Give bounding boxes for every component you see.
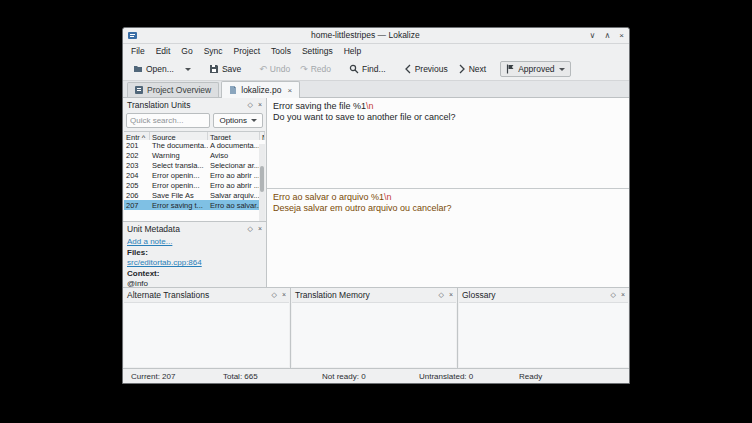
float-dock-icon[interactable]: ◇ bbox=[439, 291, 444, 299]
cell-target: A documenta... bbox=[208, 141, 260, 150]
status-current: Current: 207 bbox=[131, 372, 223, 381]
tab-close-icon[interactable]: × bbox=[287, 86, 292, 95]
titlebar[interactable]: home-littlestripes — Lokalize ∨ ∧ × bbox=[123, 28, 629, 44]
cell-entry: 207 bbox=[124, 201, 150, 210]
source-line-1: Error saving the file %1\n bbox=[273, 101, 623, 112]
menu-item-help[interactable]: Help bbox=[344, 46, 361, 56]
table-scrollbar[interactable] bbox=[259, 144, 265, 221]
search-icon bbox=[349, 64, 359, 74]
glossary-body bbox=[459, 302, 628, 367]
translation-memory-body bbox=[292, 302, 456, 367]
main-content: Translation Units ◇ × Options Entr ^ Sou bbox=[123, 98, 629, 288]
close-dock-icon[interactable]: × bbox=[258, 225, 262, 233]
newline-token: \n bbox=[384, 192, 392, 202]
chevron-down-icon bbox=[185, 68, 191, 71]
close-button[interactable]: × bbox=[619, 31, 624, 40]
menu-item-sync[interactable]: Sync bbox=[204, 46, 223, 56]
unit-metadata-dock: Unit Metadata ◇ × Add a note... Files: s… bbox=[123, 221, 266, 287]
redo-button[interactable]: ↷ Redo bbox=[296, 62, 335, 76]
source-line-2: Do you want to save to another file or c… bbox=[273, 112, 623, 123]
cell-target: Salvar arquiv... bbox=[208, 191, 260, 200]
close-dock-icon[interactable]: × bbox=[449, 291, 453, 299]
float-dock-icon[interactable]: ◇ bbox=[611, 291, 616, 299]
cell-source: The documenta... bbox=[150, 141, 208, 150]
file-link[interactable]: src/editortab.cpp:864 bbox=[127, 258, 262, 269]
table-row[interactable]: 205 Error openin... Erro ao abrir ... bbox=[124, 180, 265, 190]
statusbar: Current: 207 Total: 665 Not ready: 0 Unt… bbox=[123, 368, 629, 383]
target-text-editor[interactable]: Erro ao salvar o arquivo %1\n Deseja sal… bbox=[267, 189, 629, 287]
cell-source: Select transla... bbox=[150, 161, 208, 170]
table-body: 201 The documenta... A documenta... 202 … bbox=[124, 140, 265, 221]
float-dock-icon[interactable]: ◇ bbox=[272, 291, 277, 299]
float-dock-icon[interactable]: ◇ bbox=[248, 101, 253, 109]
cell-source: Save File As bbox=[150, 191, 208, 200]
open-dropdown[interactable] bbox=[180, 66, 195, 73]
translation-units-controls: Options bbox=[123, 112, 266, 131]
chevron-down-icon bbox=[559, 68, 565, 71]
cell-entry: 201 bbox=[124, 141, 150, 150]
bottom-docks: Alternate Translations ◇ × Translation M… bbox=[123, 288, 629, 368]
tab-project-overview[interactable]: Project Overview bbox=[127, 82, 219, 97]
menu-item-project[interactable]: Project bbox=[234, 46, 260, 56]
undo-button[interactable]: ↶ Undo bbox=[255, 62, 294, 76]
document-icon bbox=[229, 86, 237, 94]
menu-item-edit[interactable]: Edit bbox=[156, 46, 171, 56]
save-icon bbox=[209, 64, 219, 74]
tab-lokalize-po[interactable]: lokalize.po × bbox=[221, 81, 300, 98]
status-ready: Ready bbox=[519, 372, 542, 381]
cell-entry: 205 bbox=[124, 181, 150, 190]
table-row[interactable]: 206 Save File As Salvar arquiv... bbox=[124, 190, 265, 200]
context-value: @info bbox=[127, 279, 262, 287]
minimize-button[interactable]: ∨ bbox=[590, 31, 596, 40]
menu-item-settings[interactable]: Settings bbox=[302, 46, 333, 56]
context-label: Context: bbox=[127, 269, 262, 280]
left-column: Translation Units ◇ × Options Entr ^ Sou bbox=[123, 98, 267, 287]
lokalize-window: home-littlestripes — Lokalize ∨ ∧ × File… bbox=[122, 27, 630, 384]
cell-entry: 202 bbox=[124, 151, 150, 160]
close-dock-icon[interactable]: × bbox=[621, 291, 625, 299]
close-dock-icon[interactable]: × bbox=[258, 101, 262, 109]
options-button[interactable]: Options bbox=[213, 113, 263, 128]
find-button[interactable]: Find... bbox=[345, 62, 390, 76]
approved-toggle[interactable]: Approved bbox=[500, 61, 570, 77]
glossary-dock: Glossary ◇ × bbox=[458, 288, 629, 368]
close-dock-icon[interactable]: × bbox=[282, 291, 286, 299]
tabbar: Project Overview lokalize.po × bbox=[123, 81, 629, 98]
chevron-left-icon bbox=[404, 64, 412, 74]
maximize-button[interactable]: ∧ bbox=[604, 31, 610, 40]
menu-item-tools[interactable]: Tools bbox=[271, 46, 291, 56]
table-row-selected[interactable]: 207 Error saving t... Erro ao salvar... bbox=[124, 200, 265, 210]
dock-title: Alternate Translations bbox=[127, 290, 209, 300]
next-button[interactable]: Next bbox=[454, 62, 490, 76]
editor-area: Error saving the file %1\n Do you want t… bbox=[267, 98, 629, 287]
files-label: Files: bbox=[127, 248, 262, 259]
cell-source: Error openin... bbox=[150, 181, 208, 190]
add-note-link[interactable]: Add a note... bbox=[127, 237, 262, 248]
toolbar: Open... Save ↶ Undo ↷ Redo Find... Previ… bbox=[123, 59, 629, 82]
menu-item-file[interactable]: File bbox=[131, 46, 145, 56]
redo-icon: ↷ bbox=[300, 65, 308, 74]
table-row[interactable]: 204 Error openin... Erro ao abrir ... bbox=[124, 170, 265, 180]
newline-token: \n bbox=[366, 101, 374, 111]
dock-title: Glossary bbox=[462, 290, 496, 300]
status-total: Total: 665 bbox=[223, 372, 322, 381]
cell-target: Erro ao salvar... bbox=[208, 201, 260, 210]
table-row[interactable]: 203 Select transla... Selecionar ar... bbox=[124, 160, 265, 170]
folder-icon bbox=[133, 64, 143, 74]
scrollbar-thumb[interactable] bbox=[260, 166, 264, 192]
chevron-down-icon bbox=[251, 119, 257, 122]
open-button[interactable]: Open... bbox=[129, 62, 178, 76]
save-button[interactable]: Save bbox=[205, 62, 245, 76]
menu-item-go[interactable]: Go bbox=[181, 46, 192, 56]
dock-title: Translation Units bbox=[127, 100, 190, 110]
float-dock-icon[interactable]: ◇ bbox=[248, 225, 253, 233]
translation-units-header: Translation Units ◇ × bbox=[123, 98, 266, 112]
translation-units-dock: Translation Units ◇ × Options Entr ^ Sou bbox=[123, 98, 266, 221]
status-untranslated: Untranslated: 0 bbox=[419, 372, 519, 381]
quick-search-input[interactable] bbox=[126, 113, 210, 128]
previous-button[interactable]: Previous bbox=[400, 62, 452, 76]
table-row[interactable]: 202 Warning Aviso bbox=[124, 150, 265, 160]
app-icon bbox=[128, 31, 137, 40]
translation-memory-dock: Translation Memory ◇ × bbox=[291, 288, 458, 368]
table-row[interactable]: 201 The documenta... A documenta... bbox=[124, 140, 265, 150]
